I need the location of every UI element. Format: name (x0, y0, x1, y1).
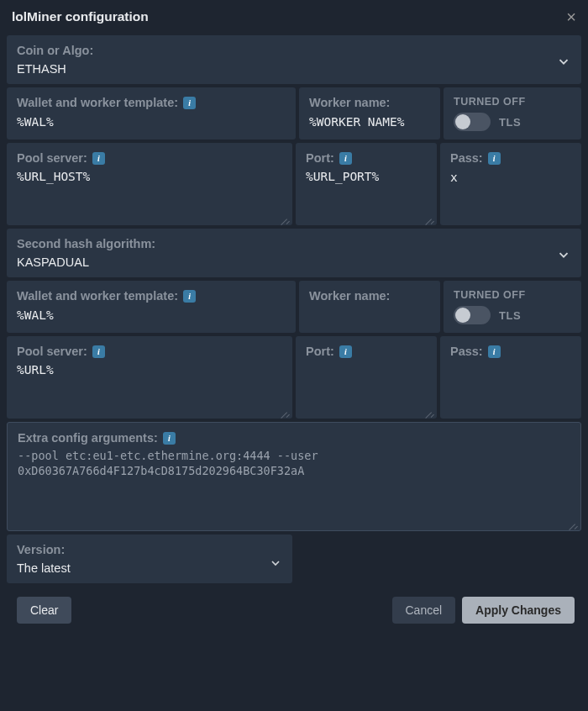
info-icon[interactable]: i (92, 152, 105, 165)
coin-algo-label: Coin or Algo: (17, 44, 571, 57)
wallet-template-input-2[interactable] (17, 308, 286, 322)
config-dialog: lolMiner configuration × Coin or Algo: E… (0, 0, 588, 711)
pass-label: Pass: i (450, 151, 571, 165)
second-algo-value: KASPADUAL (17, 255, 571, 269)
info-icon[interactable]: i (339, 345, 352, 358)
wallet-template-field-2: Wallet and worker template: i (7, 281, 296, 333)
extra-args-label: Extra config arguments: i (18, 431, 570, 445)
chevron-down-icon (556, 54, 571, 72)
tls-toggle-2[interactable] (454, 306, 491, 324)
pass-label-2: Pass: i (450, 345, 571, 358)
second-algo-label: Second hash algorithm: (17, 237, 571, 250)
pool-server-label: Pool server: i (17, 151, 282, 165)
worker-name-label-2: Worker name: (309, 289, 430, 303)
info-icon[interactable]: i (339, 152, 352, 165)
worker-name-input-2[interactable] (309, 308, 430, 322)
info-icon[interactable]: i (488, 345, 501, 358)
port-input[interactable] (306, 170, 427, 213)
chevron-down-icon (556, 247, 571, 266)
worker-name-input[interactable] (309, 115, 430, 129)
port-label-2: Port: i (306, 345, 427, 358)
info-icon[interactable]: i (92, 345, 105, 358)
info-icon[interactable]: i (183, 97, 196, 109)
tls-status-label-2: TURNED OFF (454, 289, 571, 301)
info-icon[interactable]: i (488, 152, 501, 165)
wallet-template-field: Wallet and worker template: i (7, 87, 296, 140)
tls-label-2: TLS (499, 309, 521, 322)
pool-server-input[interactable] (17, 170, 282, 213)
tls-toggle[interactable] (454, 113, 491, 131)
wallet-template-label: Wallet and worker template: i (17, 96, 286, 109)
wallet-template-label-2: Wallet and worker template: i (17, 289, 286, 303)
wallet-template-input[interactable] (17, 115, 286, 129)
toggle-knob (455, 308, 470, 323)
clear-button[interactable]: Clear (17, 597, 71, 624)
worker-name-field-2: Worker name: (299, 281, 440, 333)
resize-grip-icon (281, 407, 291, 417)
dialog-footer: Clear Cancel Apply Changes (7, 587, 581, 630)
worker-name-field: Worker name: (299, 87, 440, 140)
close-icon[interactable]: × (566, 8, 576, 25)
resize-grip-icon (569, 519, 579, 529)
second-algo-select[interactable]: Second hash algorithm: KASPADUAL (7, 229, 581, 277)
version-select[interactable]: Version: The latest (7, 535, 292, 583)
coin-algo-value: ETHASH (17, 62, 571, 76)
port-field: Port: i (296, 143, 437, 225)
dialog-body: Coin or Algo: ETHASH Wallet and worker t… (0, 34, 588, 637)
version-label: Version: (17, 543, 282, 556)
pass-input[interactable] (450, 171, 571, 184)
tls-toggle-field: TURNED OFF TLS (444, 87, 581, 140)
coin-algo-select[interactable]: Coin or Algo: ETHASH (7, 35, 581, 84)
port-field-2: Port: i (296, 336, 437, 419)
version-value: The latest (17, 561, 282, 575)
pass-field-2: Pass: i (440, 336, 581, 419)
resize-grip-icon (281, 213, 291, 224)
pass-field: Pass: i (440, 143, 581, 225)
toggle-knob (455, 114, 470, 129)
dialog-title: lolMiner configuration (12, 9, 149, 24)
pool-server-field-2: Pool server: i (7, 336, 292, 419)
apply-changes-button[interactable]: Apply Changes (462, 597, 575, 624)
worker-name-label: Worker name: (309, 96, 430, 109)
tls-label: TLS (499, 116, 521, 129)
resize-grip-icon (425, 213, 435, 224)
extra-args-input[interactable] (18, 448, 570, 519)
info-icon[interactable]: i (183, 290, 196, 303)
port-input-2[interactable] (306, 363, 427, 407)
pool-server-input-2[interactable] (17, 363, 282, 407)
info-icon[interactable]: i (163, 432, 176, 445)
resize-grip-icon (425, 407, 435, 417)
dialog-header: lolMiner configuration × (0, 0, 588, 34)
port-label: Port: i (306, 151, 427, 165)
pool-server-label-2: Pool server: i (17, 345, 282, 358)
cancel-button[interactable]: Cancel (392, 597, 456, 624)
pool-server-field: Pool server: i (7, 143, 292, 225)
pass-input-2[interactable] (450, 364, 571, 377)
extra-args-field: Extra config arguments: i (7, 422, 581, 531)
tls-toggle-field-2: TURNED OFF TLS (444, 281, 581, 333)
tls-status-label: TURNED OFF (454, 96, 571, 108)
chevron-down-icon (269, 556, 282, 573)
